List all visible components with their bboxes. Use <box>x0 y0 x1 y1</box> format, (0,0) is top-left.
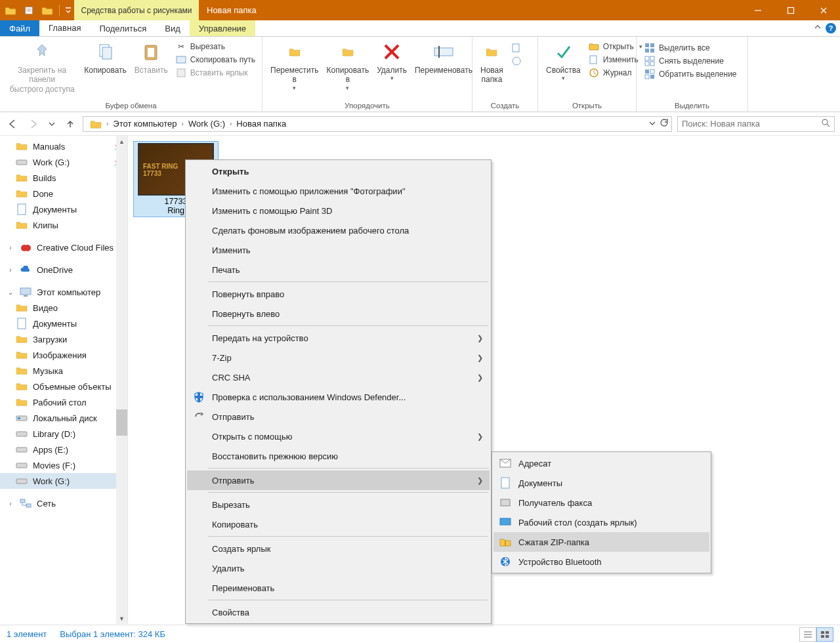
select-none-button[interactable]: Снять выделение <box>642 55 740 67</box>
nav-item[interactable]: Объемные объекты <box>0 379 127 394</box>
view-details-button[interactable] <box>799 627 816 642</box>
scroll-up-icon[interactable]: ▲ <box>116 136 127 147</box>
nav-item[interactable]: Manuals📌 <box>0 138 127 154</box>
ctx-cut[interactable]: Вырезать <box>187 495 490 514</box>
refresh-icon[interactable] <box>660 118 669 129</box>
ctx-edit-photos[interactable]: Изменить с помощью приложения "Фотографи… <box>187 181 490 201</box>
ctx-share[interactable]: Отправить <box>187 407 490 426</box>
folder-icon[interactable] <box>1 0 20 20</box>
nav-item[interactable]: Документы <box>0 316 127 331</box>
recent-dropdown-icon[interactable] <box>47 117 56 131</box>
close-button[interactable] <box>807 0 840 20</box>
ctx-rename[interactable]: Переименовать <box>187 578 490 598</box>
ctx-print[interactable]: Печать <box>187 260 490 280</box>
breadcrumb-0[interactable]: Этот компьютер <box>109 119 180 129</box>
breadcrumb-2[interactable]: Новая папка <box>232 119 290 129</box>
nav-item[interactable]: Work (G:)📌 <box>0 154 127 170</box>
ctx-set-wallpaper[interactable]: Сделать фоновым изображением рабочего ст… <box>187 220 490 240</box>
nav-scrollbar[interactable]: ▲ ▼ <box>116 136 127 624</box>
tab-share[interactable]: Поделиться <box>90 20 156 36</box>
sendto-mail-recipient[interactable]: Адресат <box>494 453 709 473</box>
tab-manage[interactable]: Управление <box>190 20 255 36</box>
paste-button[interactable]: Вставить <box>131 38 172 75</box>
nav-item-selected[interactable]: Work (G:) <box>0 473 127 489</box>
nav-item[interactable]: Movies (F:) <box>0 457 127 473</box>
nav-item[interactable]: Документы <box>0 201 127 217</box>
ctx-delete[interactable]: Удалить <box>187 558 490 578</box>
ctx-crc-sha[interactable]: CRC SHA❯ <box>187 367 490 387</box>
ctx-create-shortcut[interactable]: Создать ярлык <box>187 539 490 558</box>
easy-access-button[interactable] <box>509 55 524 67</box>
invert-selection-button[interactable]: Обратить выделение <box>642 68 740 80</box>
ctx-7zip[interactable]: 7-Zip❯ <box>187 348 490 367</box>
ctx-cast-to-device[interactable]: Передать на устройство❯ <box>187 328 490 348</box>
forward-button[interactable] <box>26 117 41 131</box>
tab-home[interactable]: Главная <box>39 20 90 36</box>
scroll-down-icon[interactable]: ▼ <box>116 613 127 624</box>
copy-path-button[interactable]: Скопировать путь <box>173 54 258 66</box>
move-to-button[interactable]: Переместить в▾ <box>266 38 323 92</box>
nav-creative-cloud[interactable]: ›Creative Cloud Files <box>0 239 127 255</box>
ctx-send-to[interactable]: Отправить❯ <box>187 470 490 490</box>
nav-item[interactable]: Apps (E:) <box>0 442 127 457</box>
sendto-desktop-shortcut[interactable]: Рабочий стол (создать ярлык) <box>494 512 709 532</box>
nav-item[interactable]: Клипы <box>0 217 127 233</box>
contextual-tool-tab[interactable]: Средства работы с рисунками <box>74 0 199 20</box>
properties-button[interactable]: Свойства▾ <box>542 38 585 82</box>
view-large-icons-button[interactable] <box>816 627 833 642</box>
qat-new-folder-icon[interactable] <box>38 0 56 20</box>
ctx-edit-paint3d[interactable]: Изменить с помощью Paint 3D <box>187 201 490 220</box>
copy-button[interactable]: Копировать <box>80 38 131 75</box>
nav-item[interactable]: Загрузки <box>0 331 127 347</box>
new-folder-button[interactable]: Новая папка <box>476 38 507 85</box>
tab-file[interactable]: Файл <box>0 20 39 36</box>
ctx-rotate-right[interactable]: Повернуть вправо <box>187 284 490 304</box>
address-dropdown-icon[interactable] <box>649 119 656 129</box>
nav-item[interactable]: Видео <box>0 300 127 316</box>
nav-item[interactable]: Рабочий стол <box>0 394 127 410</box>
ctx-defender-scan[interactable]: Проверка с использованием Windows Defend… <box>187 387 490 407</box>
qat-dropdown-icon[interactable] <box>62 0 74 20</box>
pin-to-quick-access-button[interactable]: Закрепить на панели быстрого доступа <box>4 38 80 94</box>
search-icon[interactable] <box>821 118 830 129</box>
nav-item[interactable]: Локальный диск <box>0 410 127 426</box>
nav-item[interactable]: Done <box>0 186 127 201</box>
ctx-open[interactable]: Открыть <box>187 161 490 181</box>
ctx-rotate-left[interactable]: Повернуть влево <box>187 304 490 323</box>
nav-this-pc[interactable]: ⌄Этот компьютер <box>0 284 127 300</box>
sendto-documents[interactable]: Документы <box>494 473 709 493</box>
ctx-edit[interactable]: Изменить <box>187 240 490 260</box>
help-icon[interactable]: ? <box>826 23 836 33</box>
nav-item[interactable]: Изображения <box>0 347 127 363</box>
collapse-ribbon-icon[interactable] <box>814 24 822 33</box>
ctx-restore-version[interactable]: Восстановить прежнюю версию <box>187 446 490 466</box>
cut-button[interactable]: ✂Вырезать <box>173 41 258 52</box>
sendto-fax-recipient[interactable]: Получатель факса <box>494 493 709 512</box>
nav-network[interactable]: ›Сеть <box>0 495 127 511</box>
qat-properties-icon[interactable] <box>20 0 38 20</box>
nav-onedrive[interactable]: ›OneDrive <box>0 262 127 278</box>
ctx-properties[interactable]: Свойства <box>187 602 490 622</box>
ctx-open-with[interactable]: Открыть с помощью❯ <box>187 426 490 446</box>
address-bar[interactable]: › Этот компьютер› Work (G:)› Новая папка <box>83 116 672 132</box>
select-all-button[interactable]: Выделить все <box>642 42 740 54</box>
tab-view[interactable]: Вид <box>156 20 190 36</box>
ctx-copy[interactable]: Копировать <box>187 514 490 534</box>
breadcrumb-root-icon[interactable] <box>86 119 106 129</box>
back-button[interactable] <box>5 117 20 131</box>
maximize-button[interactable] <box>774 0 807 20</box>
new-item-button[interactable] <box>509 42 524 54</box>
scroll-thumb[interactable] <box>116 409 127 436</box>
rename-button[interactable]: Переименовать <box>411 38 476 75</box>
nav-item[interactable]: Музыка <box>0 363 127 379</box>
nav-item[interactable]: Builds <box>0 170 127 186</box>
breadcrumb-1[interactable]: Work (G:) <box>184 119 229 129</box>
minimize-button[interactable] <box>742 0 774 20</box>
sendto-compressed-zip[interactable]: Сжатая ZIP-папка <box>494 532 709 552</box>
nav-item[interactable]: Library (D:) <box>0 426 127 442</box>
sendto-bluetooth[interactable]: Устройство Bluetooth <box>494 552 709 571</box>
up-button[interactable] <box>63 117 77 131</box>
delete-button[interactable]: Удалить▾ <box>373 38 411 82</box>
paste-shortcut-button[interactable]: Вставить ярлык <box>173 67 258 79</box>
search-box[interactable] <box>677 116 835 132</box>
